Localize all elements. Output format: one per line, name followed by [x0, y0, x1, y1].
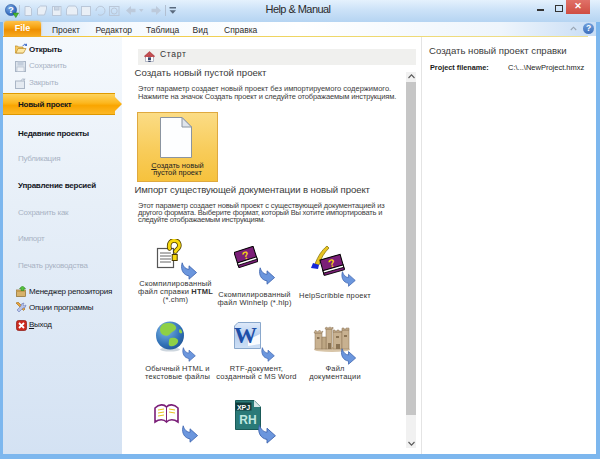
svg-text:?: ? [8, 4, 14, 15]
svg-text:W: W [234, 323, 257, 348]
svg-text:XPJ: XPJ [237, 404, 250, 411]
svg-text:RH: RH [239, 413, 256, 427]
